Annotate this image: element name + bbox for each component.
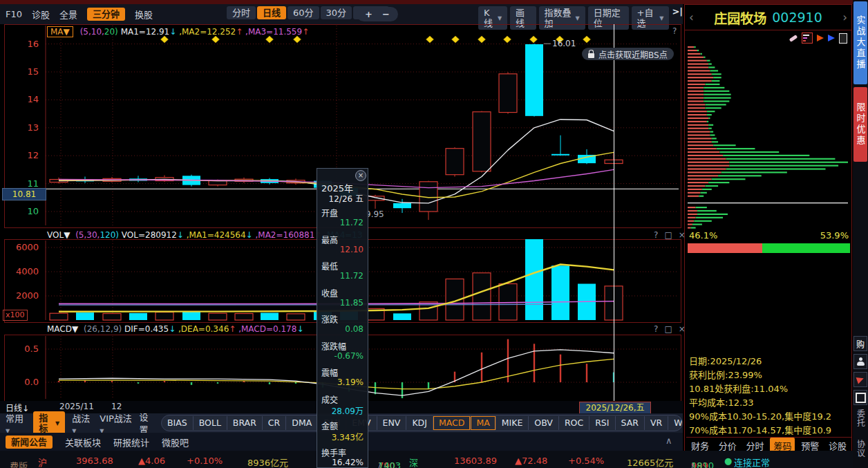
tooltip-value: 16.42% — [332, 458, 364, 467]
stock-title-bar: ‹ 庄园牧场 002910 › — [685, 5, 851, 30]
next-stock-arrow[interactable]: › — [842, 10, 847, 24]
menu-indicators[interactable]: 指标 ▼ — [33, 411, 65, 435]
volume-axis-tick: 6000 — [8, 242, 39, 252]
chip-distribution-icon[interactable] — [802, 32, 813, 44]
profit-pct-label: 53.9% — [820, 230, 849, 241]
tooltip-value: 11.72 — [340, 218, 364, 227]
indicator-button-cr[interactable]: CR — [262, 416, 285, 430]
chip-distribution-chart[interactable] — [686, 39, 851, 230]
cost-price-axis-label: 10.81 — [2, 188, 46, 200]
tab-micro-stock-bar[interactable]: 微股吧 — [162, 436, 189, 449]
period-tab-daily[interactable]: 日线 — [257, 6, 286, 19]
price-axis-tick: 11 — [8, 178, 39, 189]
menu-tactics[interactable]: 战法 ▼ — [72, 411, 93, 435]
period-tab-minute[interactable]: 分时 — [227, 6, 256, 19]
blue-flag-icon[interactable] — [828, 35, 835, 41]
notebook-icon[interactable] — [839, 33, 847, 44]
vol-ma1-arrow-icon: ↓ — [246, 230, 253, 240]
version-label-partial[interactable]: 费版 — [10, 459, 28, 468]
macd-axis-tick: 0.5 — [8, 344, 39, 354]
help-icon[interactable]: ? — [672, 26, 677, 36]
indicator-button-boll[interactable]: BOLL — [193, 416, 227, 430]
indicator-button-env[interactable]: ENV — [377, 416, 406, 430]
sz-index-value: 13603.89 — [454, 456, 497, 466]
stock-side-panel: ‹ 庄园牧场 002910 › 46.1% 53.9% 日期:2025/ — [684, 4, 852, 455]
chip-bar — [803, 35, 809, 36]
help-icon[interactable]: ? — [654, 230, 658, 240]
indicator-button-wr[interactable]: WR — [668, 416, 683, 430]
kline-data-tooltip: × 2025年 12/26 五 开盘11.72 最高12.10 最低11.72 … — [317, 168, 368, 468]
stock-code: 002910 — [772, 10, 822, 25]
zoom-in-button[interactable]: + — [365, 9, 372, 19]
screenshot-button[interactable] — [853, 390, 867, 405]
tooltip-label: 收盘 — [321, 287, 338, 299]
alert-horn-button[interactable] — [853, 372, 867, 387]
indicator-button-macd[interactable]: MACD — [433, 416, 470, 430]
live-broadcast-tab[interactable]: 实战大直播 — [853, 1, 867, 84]
close-icon[interactable]: × — [355, 170, 366, 181]
indicator-button-rsi[interactable]: RSI — [589, 416, 614, 430]
lock-icon — [588, 53, 594, 58]
sh-index-change: ▲4.06 — [138, 456, 165, 466]
indicator-button-mike[interactable]: MIKE — [496, 416, 529, 430]
ma-dropdown-button[interactable]: MA▼ — [47, 26, 73, 37]
tab-news-announcement[interactable]: 新闻公告 — [6, 436, 53, 449]
macd-dropdown-button[interactable]: MACD▼ — [47, 324, 78, 334]
indicator-button-kdj[interactable]: KDJ — [406, 416, 433, 430]
entrust-button[interactable]: 委托 — [853, 409, 867, 427]
top-menu-group: F10 诊股 全景 三分钟 换股 — [6, 8, 153, 21]
price-axis-tick: 16 — [8, 39, 39, 49]
menu-item-f10[interactable]: F10 — [6, 9, 22, 19]
ma-params: (5,10, — [80, 27, 104, 37]
menu-item-three-minute[interactable]: 三分钟 — [87, 8, 125, 21]
eraser-icon[interactable] — [789, 35, 798, 42]
bs-point-banner[interactable]: 点击获取近期BS点 — [582, 48, 674, 60]
indicator-button-bias[interactable]: BIAS — [162, 416, 193, 430]
indicator-button-vr[interactable]: VR — [644, 416, 668, 430]
period-tab-60min[interactable]: 60分 — [287, 6, 319, 19]
tab-research-stats[interactable]: 研报统计 — [113, 436, 149, 449]
volume-axis-tick: 2000 — [8, 290, 39, 301]
account-button[interactable] — [853, 354, 867, 369]
bs-point-banner-label: 点击获取近期BS点 — [598, 48, 668, 60]
help-icon[interactable]: ? — [654, 324, 658, 334]
crosshair-cursor-line — [614, 24, 614, 401]
tooltip-value: 28.09万 — [332, 404, 364, 416]
indicator-button-roc[interactable]: ROC — [558, 416, 589, 430]
macd-params: (26,12,9) — [84, 324, 122, 334]
stock-name: 庄园牧场 — [714, 8, 766, 27]
vol-ma1-value: ,MA1=424564 — [187, 230, 246, 240]
stock-app-window: F10 诊股 全景 三分钟 换股 分时 日线 60分 30分 周线 ▼ + − … — [0, 0, 868, 468]
top-toolbar: F10 诊股 全景 三分钟 换股 分时 日线 60分 30分 周线 ▼ + − … — [0, 4, 683, 24]
limited-offer-tab[interactable]: 限时优惠 — [853, 87, 867, 162]
menu-item-panorama[interactable]: 全景 — [59, 8, 77, 21]
profit-ratio-segment — [762, 243, 850, 253]
red-flag-icon[interactable] — [817, 35, 824, 41]
indicator-button-dma[interactable]: DMA — [285, 416, 317, 430]
indicator-button-obv[interactable]: OBV — [528, 416, 558, 430]
period-tab-30min[interactable]: 30分 — [321, 6, 352, 19]
tooltip-label: 最低 — [321, 260, 338, 272]
menu-common[interactable]: 常用 ▼ — [6, 411, 26, 435]
menu-item-switch-stock[interactable]: 换股 — [135, 8, 153, 21]
crop-icon — [856, 393, 866, 403]
collapse-up-icon[interactable]: ∧ — [666, 436, 672, 446]
indicator-button-ma[interactable]: MA — [470, 416, 495, 430]
tab-related-sectors[interactable]: 关联板块 — [65, 436, 101, 449]
indicator-button-sar[interactable]: SAR — [615, 416, 644, 430]
entrust-label: 委托 — [855, 409, 867, 427]
high-price-label: 16.01 — [552, 39, 576, 48]
ma-indicator-header: MA▼ (5,10,20) MA1=12.91↓ ,MA2=12.252↑ ,M… — [47, 26, 309, 37]
vol-dropdown-button[interactable]: VOL▼ — [47, 230, 70, 240]
prev-stock-arrow[interactable]: ‹ — [689, 10, 694, 24]
menu-item-diagnose[interactable]: 诊股 — [32, 8, 50, 21]
sz-amount: 12665亿元 — [627, 456, 673, 468]
zoom-out-button[interactable]: − — [382, 9, 390, 19]
indicator-button-brar[interactable]: BRAR — [227, 416, 262, 430]
protocol-button[interactable]: 协议 — [853, 440, 867, 458]
maximize-icon[interactable]: □ — [664, 230, 672, 240]
buy-button[interactable]: 购 — [853, 336, 867, 351]
dif-arrow-icon: ↓ — [169, 324, 176, 334]
maximize-icon[interactable]: □ — [664, 324, 672, 334]
menu-vip-tactics[interactable]: VIP战法 ▼ — [100, 411, 132, 435]
